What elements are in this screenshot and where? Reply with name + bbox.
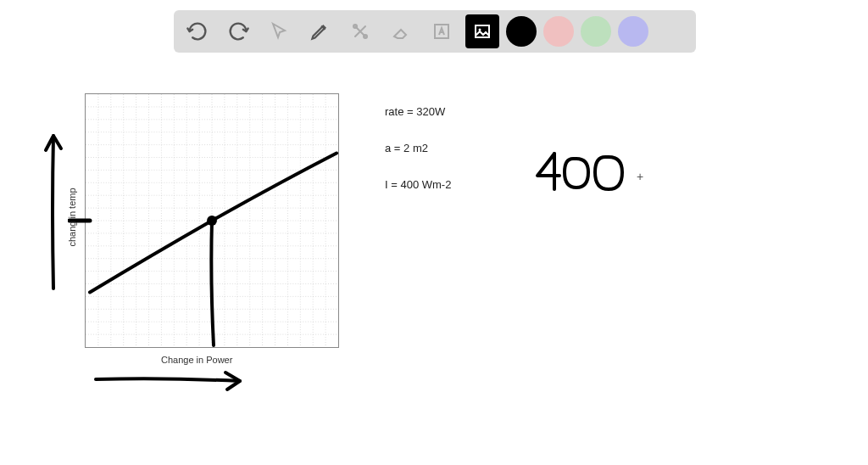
cursor-button[interactable] <box>262 14 296 48</box>
undo-button[interactable] <box>181 14 214 48</box>
toolbar <box>174 10 696 53</box>
tools-button[interactable] <box>343 14 377 48</box>
undo-icon <box>186 20 209 43</box>
x-axis-arrow <box>92 369 248 395</box>
note-line-1: rate = 320W <box>385 98 451 125</box>
color-purple[interactable] <box>618 16 648 47</box>
x-axis-label: Change in Power <box>161 355 232 365</box>
redo-button[interactable] <box>221 14 255 48</box>
eraser-icon <box>391 21 411 42</box>
note-line-3: I = 400 Wm-2 <box>385 171 451 198</box>
color-pink[interactable] <box>543 16 574 47</box>
image-button[interactable] <box>465 14 499 48</box>
y-axis-label: chang in temp <box>67 188 77 246</box>
redo-icon <box>226 20 250 43</box>
pencil-button[interactable] <box>303 14 337 48</box>
grid-lines-icon <box>86 94 338 347</box>
text-button[interactable] <box>425 14 459 48</box>
eraser-button[interactable] <box>384 14 418 48</box>
tools-icon <box>350 21 370 42</box>
pencil-icon <box>309 20 331 42</box>
notes-block: rate = 320W a = 2 m2 I = 400 Wm-2 <box>385 98 451 199</box>
cursor-icon <box>269 21 289 42</box>
note-line-2: a = 2 m2 <box>385 135 451 161</box>
image-icon <box>472 21 492 42</box>
y-axis-arrow <box>41 123 66 293</box>
color-black[interactable] <box>506 16 537 47</box>
svg-rect-3 <box>476 25 489 37</box>
text-icon <box>431 21 452 42</box>
svg-point-43 <box>207 216 217 226</box>
cursor-crosshair-icon: + <box>637 170 643 183</box>
chart-grid <box>85 93 339 348</box>
color-green[interactable] <box>581 16 611 47</box>
handwritten-400 <box>531 148 641 195</box>
canvas[interactable]: chang in temp Change in Power rate = 320… <box>0 59 868 465</box>
